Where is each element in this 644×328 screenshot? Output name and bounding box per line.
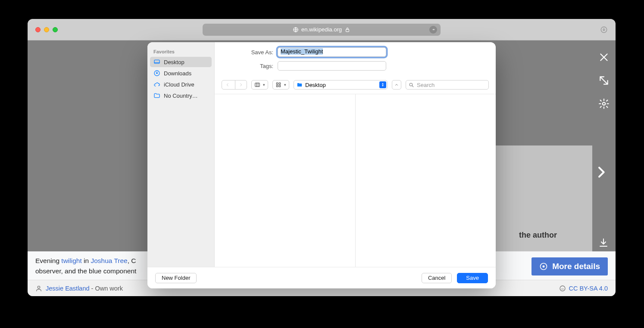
search-icon [409, 82, 414, 88]
globe-icon [293, 27, 299, 33]
chevron-updown-icon: ▲▼ [379, 81, 386, 88]
chevron-right-icon[interactable] [594, 165, 608, 179]
license-link[interactable]: CC BY-SA 4.0 [569, 285, 608, 292]
save-toolbar: ▾ ▾ Desktop ▲▼ [215, 78, 496, 94]
sidebar-item-label: No Country… [164, 93, 198, 99]
sidebar-item-label: iCloud Drive [164, 81, 194, 88]
folder-small-icon [297, 82, 303, 88]
address-url: en.wikipedia.org [301, 26, 342, 33]
folder-icon [153, 92, 160, 99]
cancel-button[interactable]: Cancel [422, 273, 452, 283]
address-bar[interactable]: en.wikipedia.org ••• [203, 24, 441, 36]
file-browser[interactable] [215, 94, 496, 267]
cc-icon: cc [559, 285, 566, 292]
fullscreen-icon[interactable] [598, 75, 610, 86]
chevron-up-icon [394, 83, 399, 87]
svg-point-5 [543, 265, 545, 267]
columns-icon [254, 82, 260, 88]
svg-rect-15 [279, 85, 281, 87]
search-field[interactable]: Search [406, 80, 489, 90]
svg-rect-12 [276, 83, 278, 84]
sidebar-item-label: Desktop [164, 59, 184, 65]
file-column [355, 94, 496, 267]
sidebar-item-downloads[interactable]: Downloads [150, 68, 212, 78]
svg-point-3 [603, 102, 606, 105]
maximize-window-button[interactable] [53, 27, 58, 32]
minimize-window-button[interactable] [44, 27, 49, 32]
sidebar-item-icloud[interactable]: iCloud Drive [150, 79, 212, 90]
save-as-input[interactable]: Majestic_Twilight [278, 47, 386, 57]
close-window-button[interactable] [35, 27, 41, 32]
user-icon [35, 285, 42, 292]
save-button[interactable]: Save [457, 273, 488, 283]
svg-rect-14 [276, 85, 278, 87]
commons-icon [539, 262, 548, 271]
forward-button[interactable] [235, 80, 247, 89]
collapse-button[interactable] [392, 80, 401, 90]
browser-window: en.wikipedia.org ••• the author Evening … [28, 19, 616, 296]
author-link[interactable]: Jessie Eastland [46, 285, 90, 292]
location-dropdown[interactable]: Desktop ▲▼ [294, 80, 388, 90]
browser-toolbar: en.wikipedia.org ••• [28, 19, 616, 40]
tracker-button[interactable]: ••• [429, 26, 437, 34]
downloads-folder-icon [153, 70, 160, 77]
tags-input[interactable] [278, 61, 386, 71]
grid-icon [275, 82, 281, 88]
sidebar-item-label: Downloads [164, 70, 191, 77]
svg-point-6 [38, 286, 40, 288]
save-dialog-footer: New Folder Cancel Save [147, 267, 496, 288]
svg-rect-11 [255, 83, 260, 87]
gear-icon[interactable] [598, 98, 610, 109]
nav-back-forward [222, 80, 247, 90]
twilight-link[interactable]: twilight [61, 257, 81, 264]
lock-icon [344, 27, 350, 33]
svg-point-16 [410, 83, 413, 86]
save-dialog: Favorites Desktop Downloads iCloud Drive… [147, 42, 496, 288]
location-label: Desktop [305, 82, 326, 88]
viewer-side-controls [598, 52, 610, 109]
svg-rect-1 [346, 29, 349, 31]
joshua-tree-link[interactable]: Joshua Tree [91, 257, 127, 264]
tags-label: Tags: [223, 63, 273, 69]
sidebar-header: Favorites [150, 47, 212, 57]
svg-rect-9 [154, 60, 159, 63]
window-controls [35, 27, 58, 32]
save-main: Save As: Majestic_Twilight Tags: [215, 42, 496, 267]
author-fragment: the author [519, 231, 557, 240]
back-button[interactable] [222, 80, 233, 89]
save-sidebar: Favorites Desktop Downloads iCloud Drive… [147, 42, 215, 267]
cloud-icon [153, 81, 160, 88]
sidebar-item-folder[interactable]: No Country… [150, 90, 212, 101]
more-details-button[interactable]: More details [531, 257, 608, 275]
svg-rect-13 [279, 83, 281, 84]
desktop-icon [153, 59, 160, 65]
svg-text:cc: cc [561, 287, 564, 290]
file-column [215, 94, 355, 267]
new-folder-button[interactable]: New Folder [155, 273, 197, 283]
view-group-button[interactable]: ▾ [272, 80, 289, 90]
close-icon[interactable] [598, 52, 610, 63]
download-icon[interactable] [598, 238, 609, 248]
downloads-icon[interactable] [600, 26, 608, 34]
view-columns-button[interactable]: ▾ [251, 80, 268, 90]
save-as-label: Save As: [223, 49, 273, 56]
search-placeholder: Search [417, 82, 435, 88]
caption-text: Evening twilight in Joshua Tree, C obser… [35, 256, 136, 276]
sidebar-item-desktop[interactable]: Desktop [150, 57, 212, 67]
